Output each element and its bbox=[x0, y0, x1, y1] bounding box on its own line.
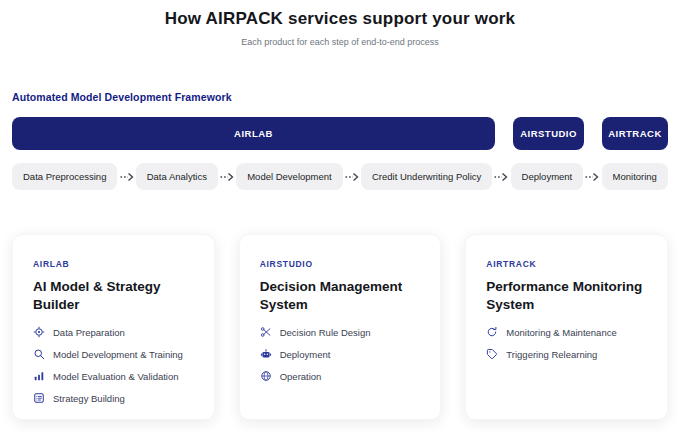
header: How AIRPACK services support your work E… bbox=[0, 9, 680, 47]
card-title: AI Model & Strategy Builder bbox=[33, 278, 194, 313]
flow-arrow-icon bbox=[345, 172, 359, 182]
list-item: Deployment bbox=[260, 348, 421, 360]
product-bar-airtrack[interactable]: AIRTRACK bbox=[602, 117, 668, 150]
process-step: Data Analytics bbox=[136, 163, 218, 190]
card-airlab: AIRLAB AI Model & Strategy Builder Data … bbox=[12, 234, 215, 420]
item-label: Strategy Building bbox=[53, 393, 125, 404]
process-step: Credit Underwriting Policy bbox=[361, 163, 492, 190]
item-label: Triggering Relearning bbox=[506, 349, 597, 360]
process-step: Data Preprocessing bbox=[12, 163, 117, 190]
card-label: AIRLAB bbox=[33, 259, 194, 269]
item-label: Model Development & Training bbox=[53, 349, 183, 360]
card-label: AIRSTUDIO bbox=[260, 259, 421, 269]
card-airtrack: AIRTRACK Performance Monitoring System M… bbox=[465, 234, 668, 420]
page-subtitle: Each product for each step of end-to-end… bbox=[0, 37, 680, 47]
product-cards: AIRLAB AI Model & Strategy Builder Data … bbox=[12, 234, 668, 420]
card-items: Monitoring & Maintenance Triggering Rele… bbox=[486, 326, 647, 360]
target-icon bbox=[33, 326, 45, 338]
flow-arrow-icon bbox=[120, 172, 134, 182]
card-title: Decision Management System bbox=[260, 278, 421, 313]
card-airstudio: AIRSTUDIO Decision Management System Dec… bbox=[239, 234, 442, 420]
scissors-icon bbox=[260, 326, 272, 338]
list-item: Monitoring & Maintenance bbox=[486, 326, 647, 338]
card-items: Decision Rule Design Deployment Operatio… bbox=[260, 326, 421, 382]
framework-label: Automated Model Development Framework bbox=[12, 91, 232, 103]
list-item: Model Evaluation & Validation bbox=[33, 370, 194, 382]
item-label: Operation bbox=[280, 371, 322, 382]
process-flow: Data Preprocessing Data Analytics Model … bbox=[12, 163, 668, 190]
list-item: Data Preparation bbox=[33, 326, 194, 338]
flow-arrow-icon bbox=[220, 172, 234, 182]
item-label: Monitoring & Maintenance bbox=[506, 327, 616, 338]
item-label: Model Evaluation & Validation bbox=[53, 371, 179, 382]
list-item: Strategy Building bbox=[33, 392, 194, 404]
card-items: Data Preparation Model Development & Tra… bbox=[33, 326, 194, 404]
globe-icon bbox=[260, 370, 272, 382]
card-label: AIRTRACK bbox=[486, 259, 647, 269]
bar-chart-icon bbox=[33, 370, 45, 382]
product-bar-airlab[interactable]: AIRLAB bbox=[12, 117, 495, 150]
process-step: Deployment bbox=[511, 163, 584, 190]
item-label: Deployment bbox=[280, 349, 331, 360]
card-title: Performance Monitoring System bbox=[486, 278, 647, 313]
product-bar-airstudio[interactable]: AIRSTUDIO bbox=[513, 117, 584, 150]
item-label: Decision Rule Design bbox=[280, 327, 371, 338]
refresh-icon bbox=[486, 326, 498, 338]
robot-icon bbox=[260, 348, 272, 360]
flow-arrow-icon bbox=[494, 172, 508, 182]
list-item: Triggering Relearning bbox=[486, 348, 647, 360]
page-title: How AIRPACK services support your work bbox=[0, 9, 680, 29]
process-step: Monitoring bbox=[602, 163, 668, 190]
tag-icon bbox=[486, 348, 498, 360]
list-item: Decision Rule Design bbox=[260, 326, 421, 338]
product-bar-row: AIRLAB AIRSTUDIO AIRTRACK bbox=[12, 117, 668, 150]
list-icon bbox=[33, 392, 45, 404]
flow-arrow-icon bbox=[585, 172, 599, 182]
item-label: Data Preparation bbox=[53, 327, 125, 338]
page: How AIRPACK services support your work E… bbox=[0, 0, 680, 432]
list-item: Model Development & Training bbox=[33, 348, 194, 360]
search-icon bbox=[33, 348, 45, 360]
list-item: Operation bbox=[260, 370, 421, 382]
process-step: Model Development bbox=[236, 163, 343, 190]
